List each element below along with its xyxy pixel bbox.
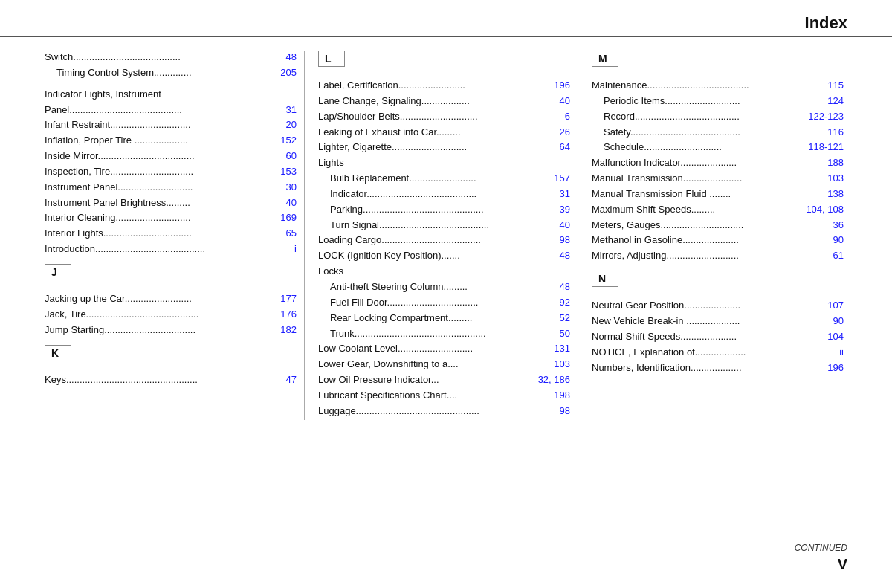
entry-lock: LOCK (Ignition Key Position)....... 48 — [318, 249, 570, 263]
entry-keys: Keys....................................… — [45, 373, 297, 387]
l-section-header-wrap: L — [318, 51, 570, 73]
entry-schedule: Schedule............................. 11… — [592, 140, 844, 155]
entry-inflation: Inflation, Proper Tire .................… — [45, 134, 297, 148]
entry-low-oil: Low Oil Pressure Indicator... 32, 186 — [318, 373, 570, 387]
entry-low-coolant: Low Coolant Level.......................… — [318, 342, 570, 356]
entry-locks-category: Locks — [318, 265, 570, 279]
entry-methanol: Methanol in Gasoline....................… — [592, 233, 844, 248]
page-header: Index — [0, 0, 892, 37]
entry-meters-gauges: Meters, Gauges..........................… — [592, 219, 844, 233]
page-title: Index — [805, 13, 847, 33]
entry-rear-locking: Rear Locking Compartment......... 52 — [318, 311, 570, 326]
entry-record: Record..................................… — [592, 110, 844, 124]
entry-normal-shift: Normal Shift Speeds.....................… — [592, 330, 844, 344]
column-2: L Label, Certification..................… — [304, 51, 578, 420]
entry-leaking: Leaking of Exhaust into Car......... 26 — [318, 126, 570, 140]
k-section-header: K — [45, 345, 71, 361]
entry-lights-category: Lights — [318, 156, 570, 170]
j-section-header-wrap: J — [45, 264, 297, 286]
entry-maintenance: Maintenance.............................… — [592, 79, 844, 93]
entry-loading-cargo: Loading Cargo...........................… — [318, 233, 570, 248]
entry-bulb: Bulb Replacement........................… — [318, 172, 570, 186]
n-section-header: N — [592, 271, 618, 287]
entry-lap-shoulder: Lap/Shoulder Belts......................… — [318, 110, 570, 124]
entry-neutral-gear: Neutral Gear Position...................… — [592, 299, 844, 313]
entry-interior-lights: Interior Lights.........................… — [45, 227, 297, 241]
entry-label-cert: Label, Certification....................… — [318, 79, 570, 93]
j-section-header: J — [45, 264, 71, 280]
entry-luggage: Luggage.................................… — [318, 404, 570, 419]
column-1: Switch..................................… — [45, 51, 304, 420]
entry-inspection: Inspection, Tire........................… — [45, 165, 297, 179]
entry-timing: Timing Control System.............. 205 — [45, 66, 297, 80]
entry-inside-mirror: Inside Mirror...........................… — [45, 149, 297, 164]
page-footer: CONTINUED V — [795, 543, 847, 573]
entry-turn-signal: Turn Signal.............................… — [318, 219, 570, 233]
page-number: V — [795, 556, 847, 573]
entry-infant: Infant Restraint........................… — [45, 118, 297, 132]
n-section-header-wrap: N — [592, 271, 844, 293]
entry-panel: Panel...................................… — [45, 103, 297, 117]
entry-introduction: Introduction............................… — [45, 242, 297, 256]
entry-jump-starting: Jump Starting...........................… — [45, 323, 297, 337]
entry-lane-change: Lane Change, Signaling..................… — [318, 94, 570, 109]
entry-fuel-fill: Fuel Fill Door..........................… — [318, 296, 570, 310]
content-area: Switch..................................… — [0, 37, 892, 427]
k-section-header-wrap: K — [45, 345, 297, 367]
entry-new-vehicle: New Vehicle Break-in ...................… — [592, 314, 844, 329]
entry-instrument-panel: Instrument Panel........................… — [45, 181, 297, 195]
entry-manual-transmission-fluid: Manual Transmission Fluid ........ 138 — [592, 187, 844, 201]
column-3: M Maintenance...........................… — [578, 51, 851, 420]
entry-max-shift: Maximum Shift Speeds......... 104, 108 — [592, 203, 844, 217]
entry-safety: Safety..................................… — [592, 126, 844, 140]
entry-lubricant: Lubricant Specifications Chart.... 198 — [318, 389, 570, 403]
entry-numbers: Numbers, Identification.................… — [592, 361, 844, 375]
m-section-header-wrap: M — [592, 51, 844, 73]
entry-lighter: Lighter, Cigarette......................… — [318, 140, 570, 155]
entry-jacking: Jacking up the Car......................… — [45, 292, 297, 306]
entry-lower-gear: Lower Gear, Downshifting to a.... 103 — [318, 358, 570, 372]
m-section-header: M — [592, 51, 618, 67]
entry-manual-transmission: Manual Transmission.....................… — [592, 172, 844, 186]
l-section-header: L — [318, 51, 345, 67]
entry-jack-tire: Jack, Tire..............................… — [45, 308, 297, 322]
entry-switch: Switch..................................… — [45, 51, 297, 65]
page: Index Switch............................… — [0, 0, 892, 588]
entry-indicator: Indicator...............................… — [318, 187, 570, 201]
entry-anti-theft: Anti-theft Steering Column......... 48 — [318, 280, 570, 294]
entry-interior-cleaning: Interior Cleaning.......................… — [45, 211, 297, 225]
top-entries: Switch..................................… — [45, 51, 297, 80]
entry-parking: Parking.................................… — [318, 203, 570, 217]
continued-label: CONTINUED — [795, 543, 847, 553]
entry-notice: NOTICE, Explanation of..................… — [592, 346, 844, 360]
entry-instrument-brightness: Instrument Panel Brightness......... 40 — [45, 196, 297, 210]
entry-malfunction: Malfunction Indicator...................… — [592, 156, 844, 170]
entry-trunk: Trunk...................................… — [318, 327, 570, 341]
entry-indicator-lights: Indicator Lights, Instrument — [45, 88, 297, 102]
entry-periodic: Periodic Items..........................… — [592, 94, 844, 109]
entry-mirrors: Mirrors, Adjusting......................… — [592, 249, 844, 263]
